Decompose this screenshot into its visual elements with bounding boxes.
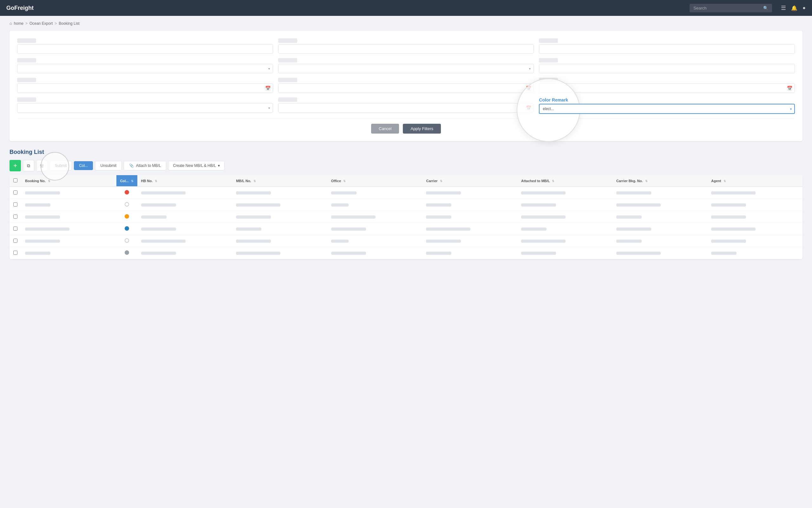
search-bar[interactable]: 🔍 (689, 4, 772, 12)
cell-hb (137, 186, 232, 199)
cell-booking-no (21, 211, 117, 223)
filter-row-1 (17, 38, 795, 54)
cell-checkbox[interactable] (9, 223, 21, 235)
cell-booking-no (21, 199, 117, 211)
filter-input-1-1[interactable] (17, 44, 273, 54)
filter-row-4: ▾ 📅 Color Remark elect... (17, 97, 795, 114)
row-checkbox[interactable] (13, 251, 17, 255)
navbar-icons: ☰ 🔔 ● (781, 4, 806, 11)
cell-office (327, 223, 422, 235)
col-carrier-header[interactable]: Carrier ⇅ (422, 175, 517, 186)
cell-agent (707, 247, 803, 259)
filter-select-2-1[interactable] (17, 64, 273, 73)
filter-group-2-3 (539, 58, 795, 73)
user-icon[interactable]: ● (803, 5, 806, 11)
color-remark-select[interactable]: elect... (539, 104, 795, 114)
cell-checkbox[interactable] (9, 235, 21, 247)
cancel-button[interactable]: Cancel (371, 124, 399, 134)
cell-agent (707, 186, 803, 199)
row-checkbox[interactable] (13, 239, 17, 243)
breadcrumb-page: Booking List (59, 21, 79, 26)
row-checkbox[interactable] (13, 226, 17, 231)
filter-label-2-3 (539, 58, 558, 62)
breadcrumb-home[interactable]: home (14, 21, 24, 26)
breadcrumb-section[interactable]: Ocean Export (30, 21, 53, 26)
table-row (9, 199, 803, 211)
attach-mb-button[interactable]: 📎 Attach to MB/L (124, 161, 166, 170)
add-button[interactable]: + (9, 160, 21, 171)
calendar-icon-3-3: 📅 (787, 86, 792, 91)
filter-label-2-2 (278, 58, 297, 62)
create-mb-button[interactable]: Create New MB/L & HB/L ▾ (168, 161, 225, 170)
col-color-header[interactable]: Col... ⇅ (117, 175, 137, 186)
calendar-icon-3-1: 📅 (265, 86, 271, 91)
col-hb-no-header[interactable]: HB No. ⇅ (137, 175, 232, 186)
calendar-icon-3-2: 📅 (526, 86, 531, 91)
filter-date-3-2[interactable] (278, 83, 534, 93)
cell-office (327, 211, 422, 223)
filter-label-2-1 (17, 58, 36, 62)
filter-row-2: ▾ ▾ (17, 58, 795, 73)
col-carrier-bkg-header[interactable]: Carrier Bkg. No. ⇅ (613, 175, 708, 186)
color-dot-red (125, 190, 129, 195)
calendar-icon-4-2: 📅 (526, 105, 531, 111)
cell-checkbox[interactable] (9, 247, 21, 259)
filter-date-3-1[interactable] (17, 83, 273, 93)
filter-label-1-1 (17, 38, 36, 43)
copy-icon: ⧉ (27, 163, 30, 168)
cell-checkbox[interactable] (9, 211, 21, 223)
color-remark-label: Color Remark (539, 97, 568, 102)
cell-carrier-bkg (613, 247, 708, 259)
apply-filters-button[interactable]: Apply Filters (403, 124, 441, 134)
sort-icon-attached: ⇅ (552, 180, 554, 183)
cell-carrier-bkg (613, 223, 708, 235)
cell-office (327, 247, 422, 259)
row-checkbox[interactable] (13, 214, 17, 219)
submit-button[interactable]: Submit (49, 161, 72, 170)
sort-icon-mb: ⇅ (254, 180, 256, 183)
cell-attached (517, 186, 613, 199)
attach-icon: 📎 (129, 163, 134, 168)
col-attached-header[interactable]: Attached to MB/L ⇅ (517, 175, 613, 186)
filter-label-1-3 (539, 38, 558, 43)
cell-mb (232, 235, 327, 247)
filter-input-1-3[interactable] (539, 44, 795, 54)
filter-date-4-2[interactable] (278, 103, 534, 113)
breadcrumb-sep1: > (26, 21, 28, 26)
cell-carrier (422, 247, 517, 259)
filter-input-2-3[interactable] (539, 64, 795, 73)
menu-icon[interactable]: ☰ (781, 4, 786, 11)
col-button[interactable]: Col... (74, 161, 93, 170)
row-checkbox[interactable] (13, 190, 17, 195)
col-office-header[interactable]: Office ⇅ (327, 175, 422, 186)
cell-office (327, 186, 422, 199)
copy-button[interactable]: ⧉ (23, 160, 34, 171)
delete-button[interactable]: 🗑 (36, 160, 48, 171)
col-agent-header[interactable]: Agent ⇅ (707, 175, 803, 186)
submit-btn-wrap: Submit (49, 161, 72, 170)
unsubmit-button[interactable]: Unsubmit (95, 161, 122, 170)
select-all-checkbox[interactable] (13, 178, 17, 182)
cell-checkbox[interactable] (9, 199, 21, 211)
filter-input-1-2[interactable] (278, 44, 534, 54)
col-mb-no-header[interactable]: MB/L No. ⇅ (232, 175, 327, 186)
create-mb-label: Create New MB/L & HB/L (173, 163, 216, 168)
bell-icon[interactable]: 🔔 (791, 5, 798, 11)
cell-carrier (422, 199, 517, 211)
filter-select-2-2[interactable] (278, 64, 534, 73)
toolbar: + ⧉ 🗑 Submit Col... Unsubmit 📎 Attach to… (9, 160, 803, 171)
cell-checkbox[interactable] (9, 186, 21, 199)
filter-date-3-3[interactable] (539, 83, 795, 93)
table-row (9, 186, 803, 199)
table-row (9, 223, 803, 235)
cell-mb (232, 247, 327, 259)
filter-actions: Cancel Apply Filters (17, 118, 795, 134)
col-booking-no-header[interactable]: Booking No. ⇅ (21, 175, 117, 186)
brand-logo: GoFreight (6, 5, 34, 11)
sort-icon-carrier: ⇅ (440, 180, 443, 183)
search-input[interactable] (693, 6, 761, 10)
filter-select-4-1[interactable] (17, 103, 273, 113)
cell-attached (517, 223, 613, 235)
home-icon: ⌂ (9, 21, 12, 26)
row-checkbox[interactable] (13, 203, 17, 207)
